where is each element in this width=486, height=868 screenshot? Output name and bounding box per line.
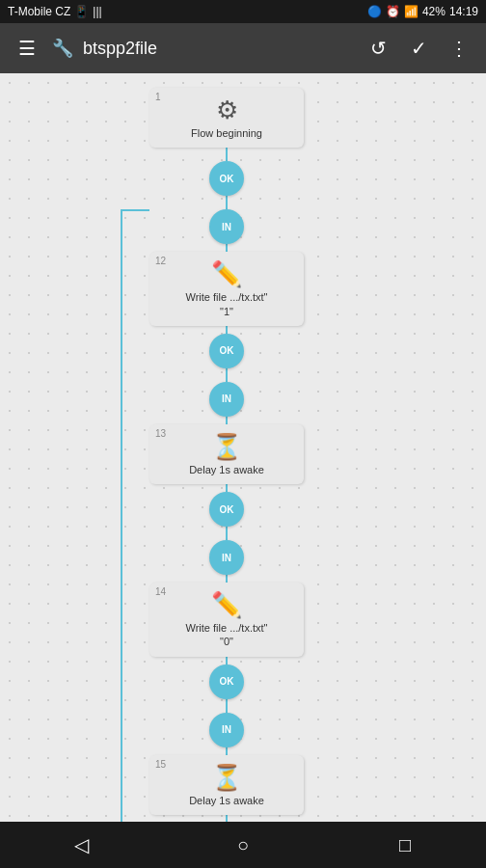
node-1-label: Flow beginning bbox=[191, 126, 262, 140]
signal-icon: ||| bbox=[93, 5, 101, 18]
connector-line bbox=[226, 527, 228, 540]
more-menu-button[interactable]: ⋮ bbox=[444, 33, 474, 64]
node-write-2[interactable]: 14 ✏️ Write file .../tx.txt""0" bbox=[149, 583, 304, 657]
loop-top-line bbox=[121, 209, 149, 211]
node-delay-1[interactable]: 13 ⏳ Delay 1s awake bbox=[149, 424, 304, 484]
in-connector-14[interactable]: IN bbox=[209, 540, 244, 575]
connector-line bbox=[226, 657, 228, 665]
wifi-icon: 📶 bbox=[404, 5, 418, 18]
node-12-label: Write file .../tx.txt""1" bbox=[186, 290, 268, 318]
menu-icon[interactable]: ☰ bbox=[12, 33, 42, 64]
connector-line bbox=[226, 148, 228, 161]
status-bar: T-Mobile CZ 📱 ||| 🔵 ⏰ 📶 42% 14:19 bbox=[0, 0, 486, 23]
ok-connector-1[interactable]: OK bbox=[209, 161, 244, 196]
connector-line bbox=[226, 484, 228, 492]
node-delay-2[interactable]: 15 ⏳ Delay 1s awake bbox=[149, 755, 304, 815]
loop-side-line bbox=[121, 209, 122, 822]
node-14-number: 14 bbox=[155, 586, 166, 597]
node-write-1[interactable]: 12 ✏️ Write file .../tx.txt""1" bbox=[149, 252, 304, 326]
ok-connector-13[interactable]: OK bbox=[209, 492, 244, 527]
node-15-label: Delay 1s awake bbox=[189, 794, 264, 807]
canvas-area: 1 ⚙ Flow beginning OK IN 12 ✏️ Write fil… bbox=[0, 73, 486, 822]
in-connector-12[interactable]: IN bbox=[209, 209, 244, 244]
bluetooth-icon: 🔵 bbox=[367, 5, 382, 18]
home-button[interactable]: ○ bbox=[214, 834, 272, 856]
node-14-label: Write file .../tx.txt""0" bbox=[186, 621, 268, 649]
back-button[interactable]: ◁ bbox=[52, 833, 110, 856]
time-label: 14:19 bbox=[449, 5, 478, 18]
connector-line bbox=[226, 699, 228, 713]
ok-connector-12[interactable]: OK bbox=[209, 334, 244, 368]
connector-line bbox=[226, 196, 228, 209]
hourglass-icon-13: ⏳ bbox=[211, 434, 242, 459]
connector-line bbox=[226, 815, 228, 822]
carrier-label: T-Mobile CZ bbox=[8, 5, 70, 18]
status-bar-right: 🔵 ⏰ 📶 42% 14:19 bbox=[367, 5, 478, 18]
undo-button[interactable]: ↺ bbox=[363, 33, 393, 64]
confirm-button[interactable]: ✓ bbox=[403, 33, 434, 64]
ok-connector-14[interactable]: OK bbox=[209, 665, 244, 699]
loop-group: IN 12 ✏️ Write file .../tx.txt""1" OK IN… bbox=[149, 209, 304, 822]
connector-line bbox=[226, 368, 228, 382]
node-12-number: 12 bbox=[155, 256, 166, 266]
alarm-icon: ⏰ bbox=[386, 5, 400, 18]
battery-label: 42% bbox=[422, 5, 446, 18]
app-title: btspp2file bbox=[83, 39, 353, 59]
in-connector-13[interactable]: IN bbox=[209, 382, 244, 417]
connector-line bbox=[226, 244, 228, 252]
connector-line bbox=[226, 326, 228, 334]
node-13-number: 13 bbox=[155, 428, 166, 439]
bottom-nav: ◁ ○ □ bbox=[0, 822, 486, 868]
node-flow-beginning[interactable]: 1 ⚙ Flow beginning bbox=[149, 88, 304, 148]
connector-line bbox=[226, 417, 228, 424]
status-bar-left: T-Mobile CZ 📱 ||| bbox=[8, 5, 102, 18]
node-13-label: Delay 1s awake bbox=[189, 463, 264, 476]
recent-button[interactable]: □ bbox=[376, 834, 434, 856]
gear-icon: ⚙ bbox=[216, 97, 238, 122]
connector-line bbox=[226, 575, 228, 583]
in-connector-15[interactable]: IN bbox=[209, 713, 244, 747]
connector-line bbox=[226, 747, 228, 755]
pencil-icon-12: ✏️ bbox=[211, 261, 242, 286]
hourglass-icon-15: ⏳ bbox=[211, 765, 242, 790]
node-15-number: 15 bbox=[155, 759, 166, 770]
sim-icon: 📱 bbox=[74, 5, 89, 18]
top-bar: ☰ 🔧 btspp2file ↺ ✓ ⋮ bbox=[0, 23, 486, 73]
node-1-number: 1 bbox=[155, 92, 161, 102]
pencil-icon-14: ✏️ bbox=[211, 592, 242, 617]
